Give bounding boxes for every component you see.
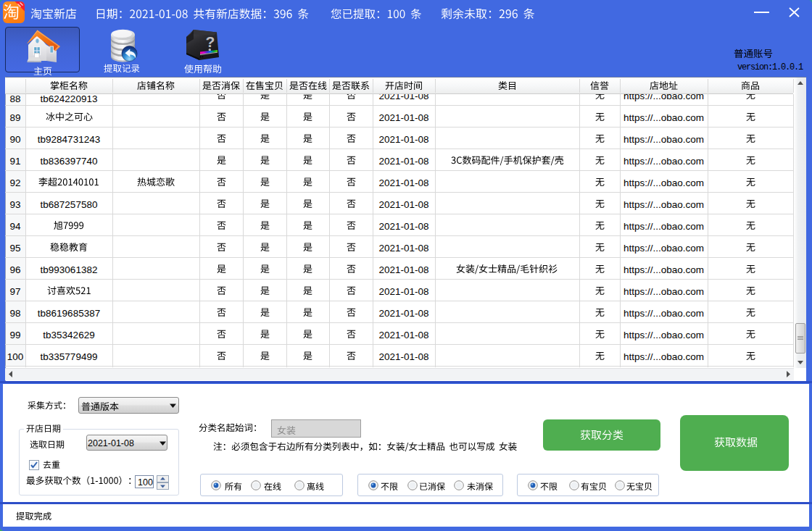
svg-text:?: ?	[206, 33, 215, 50]
